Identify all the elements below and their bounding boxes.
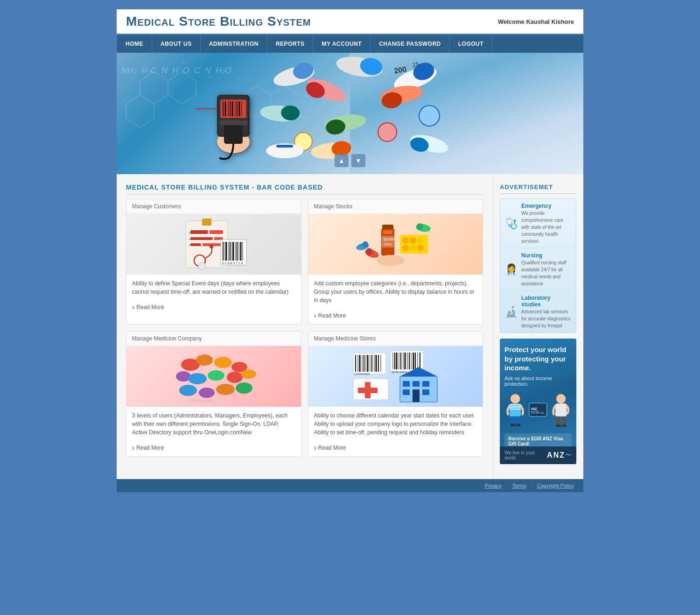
svg-rect-109 [383, 230, 392, 234]
lab-desc: Advanced lab services for accurate diagn… [521, 309, 571, 328]
svg-text:✓: ✓ [188, 242, 192, 247]
ad-row-nursing-text: Nursing Qualified nursing staff availabl… [521, 252, 571, 287]
site-header: Medical Store Billing System Welcome Kau… [117, 9, 583, 35]
svg-text:Pracharwala: Pracharwala [190, 398, 214, 403]
svg-rect-204 [562, 424, 566, 427]
main-content: MEDICAL STORE BILLING SYSTEM - BAR CODE … [117, 174, 583, 479]
svg-rect-180 [413, 389, 420, 402]
read-more-company[interactable]: Read More [132, 444, 295, 452]
svg-text:✓: ✓ [188, 230, 192, 235]
svg-point-140 [216, 384, 235, 395]
nursing-desc: Qualified nursing staff available 24/7 f… [521, 260, 567, 286]
carousel-up-button[interactable]: ▲ [335, 154, 349, 167]
anz-brand-footer: We live in your world ANZ 〜 [500, 446, 576, 464]
card-manage-stocks: Manage Stocks GLYCO 500ml [308, 199, 483, 325]
svg-text:0 1 8 8 3 7 1 6: 0 1 8 8 3 7 1 6 [222, 262, 243, 265]
card-body-customers: Ability to define Special Event days (da… [126, 275, 301, 301]
svg-text:9876543210: 9876543210 [392, 371, 407, 374]
svg-text:Visa Gift Card: Visa Gift Card [531, 412, 545, 414]
svg-rect-84 [213, 237, 214, 240]
cards-grid: Manage Customers [126, 199, 483, 457]
svg-point-137 [241, 369, 256, 379]
svg-point-61 [350, 112, 367, 134]
emergency-title: Emergency [521, 203, 571, 209]
svg-rect-81 [208, 230, 210, 234]
svg-point-115 [402, 237, 409, 244]
svg-point-117 [417, 237, 424, 244]
svg-rect-193 [516, 424, 520, 426]
svg-rect-178 [403, 389, 410, 395]
anz-wave-icon: 〜 [565, 451, 572, 459]
svg-point-131 [214, 357, 232, 368]
card-header-stocks: Manage Stocks [308, 199, 483, 214]
carousel-down-button[interactable]: ▼ [351, 154, 365, 167]
svg-point-136 [227, 372, 243, 383]
svg-text:1234567890: 1234567890 [354, 373, 370, 375]
nav-item-home[interactable]: HOME [117, 35, 152, 53]
read-more-stocks[interactable]: Read More [314, 312, 477, 319]
sidebar-title: ADVERTISEMET [500, 184, 576, 194]
read-more-stores[interactable]: Read More [314, 444, 477, 452]
ad-row-lab-text: Laboratory studies Advanced lab services… [521, 295, 571, 329]
nursing-icon: 👩‍⚕️ [505, 263, 518, 276]
read-more-customers[interactable]: Read More [132, 304, 295, 311]
svg-point-92 [210, 245, 213, 248]
footer-privacy[interactable]: Privacy [485, 483, 502, 488]
svg-point-107 [198, 262, 206, 270]
sidebar: ADVERTISEMET 🩺 Emergency We provide comp… [492, 174, 583, 479]
svg-point-120 [417, 245, 424, 251]
scanner-illustration [196, 67, 271, 160]
nav-item-about-us[interactable]: ABOUT US [152, 35, 201, 53]
svg-rect-186 [510, 403, 521, 417]
customers-img: ✓ ✓ ✓ [172, 216, 256, 272]
svg-rect-86 [190, 243, 200, 246]
svg-rect-83 [190, 237, 211, 240]
carousel-controls: ▲ ▼ [335, 154, 365, 167]
card-body-stocks: Add custom employee categories (i.e., de… [308, 275, 483, 309]
svg-rect-80 [190, 230, 207, 234]
person-girl-svg [504, 391, 526, 429]
welcome-text: Welcome Kaushal Kishore [498, 18, 574, 25]
pills-illustration: 200 25 [350, 53, 583, 174]
emergency-desc: We provide comprehensive care with state… [521, 211, 563, 244]
svg-point-135 [208, 370, 224, 381]
ad-insurance-text: Protect your world by protecting your in… [504, 345, 572, 387]
gift-text: Receive a $100 ANZ Visa Gift Card! [508, 436, 568, 446]
nav-item-my-account[interactable]: MY ACCOUNT [313, 35, 371, 53]
nav-item-administration[interactable]: ADMINSTRATION [201, 35, 267, 53]
ad-row-lab: 🔬 Laboratory studies Advanced lab servic… [500, 291, 576, 332]
svg-rect-179 [422, 389, 429, 395]
footer-terms[interactable]: Terms [512, 483, 526, 488]
svg-point-138 [179, 385, 197, 396]
footer-sep-2: | [531, 483, 532, 488]
stocks-img: GLYCO 500ml [349, 216, 442, 272]
card-footer-stocks: Read More [308, 309, 483, 324]
footer-copyright[interactable]: Copyright Policy [537, 483, 574, 488]
svg-rect-177 [422, 381, 429, 387]
svg-rect-197 [531, 411, 539, 412]
ad-insurance-content: Protect your world by protecting your in… [500, 339, 576, 464]
card-body-company: 3 levels of users (Administrators, Manag… [126, 407, 301, 441]
svg-rect-184 [358, 388, 378, 393]
svg-rect-128 [378, 257, 404, 264]
insurance-people: ANZ Visa Gift Card [504, 387, 572, 433]
svg-point-119 [410, 245, 416, 251]
nav-item-change-password[interactable]: CHANGE PASSWORD [371, 35, 450, 53]
company-img: Pracharwala [167, 348, 260, 404]
ad-insurance-sub: Ask us about income protection. [504, 375, 572, 387]
content-left: MEDICAL STORE BILLING SYSTEM - BAR CODE … [117, 174, 492, 479]
site-title: Medical Store Billing System [126, 14, 311, 29]
nav-item-logout[interactable]: LOGOUT [450, 35, 492, 53]
card-manage-company: Manage Medicine Company [126, 331, 301, 457]
ad-insurance-block: Protect your world by protecting your in… [500, 339, 576, 464]
hero-section: NH₂ N H O H₃C NH H₂O [117, 53, 583, 174]
svg-rect-202 [562, 416, 566, 425]
nav-item-reports[interactable]: REPORTS [267, 35, 314, 53]
svg-rect-176 [413, 381, 420, 387]
lab-title: Laboratory studies [521, 295, 571, 308]
lab-icon: 🔬 [505, 306, 518, 318]
svg-rect-203 [556, 424, 561, 427]
nav-bar: HOMEABOUT USADMINSTRATIONREPORTSMY ACCOU… [117, 35, 583, 53]
svg-rect-113 [382, 236, 394, 247]
svg-point-130 [196, 354, 213, 366]
